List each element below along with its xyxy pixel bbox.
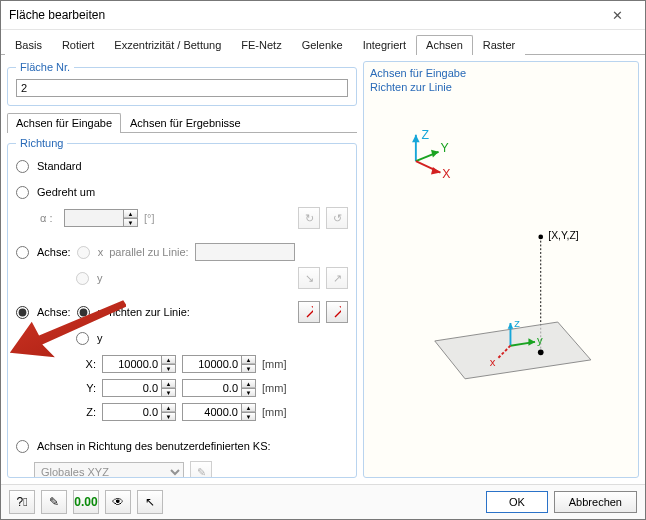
x2-spin[interactable]: ▲▼ <box>182 355 256 373</box>
help-icon[interactable]: ?⃝ <box>9 490 35 514</box>
x1-input[interactable] <box>102 355 162 373</box>
radio-parallel[interactable] <box>16 246 29 259</box>
z-unit: [mm] <box>262 406 286 418</box>
radio-parallel-y[interactable] <box>76 272 89 285</box>
edit-icon[interactable]: ✎ <box>41 490 67 514</box>
cancel-button[interactable]: Abbrechen <box>554 491 637 513</box>
radio-rotated[interactable] <box>16 186 29 199</box>
rotate-cw-icon[interactable]: ↻ <box>298 207 320 229</box>
rotate-ccw-icon[interactable]: ↺ <box>326 207 348 229</box>
direction-panel: Standard Gedreht um α : ▲ ▼ <box>16 155 348 478</box>
radio-parallel-x[interactable] <box>77 246 90 259</box>
tab-exzentrizitaet[interactable]: Exzentrizität / Bettung <box>104 35 231 55</box>
select-icon[interactable]: ↖ <box>137 490 163 514</box>
svg-point-14 <box>538 349 544 355</box>
down-icon[interactable]: ▼ <box>242 388 256 397</box>
up-icon[interactable]: ▲ <box>162 403 176 412</box>
tab-integriert[interactable]: Integriert <box>353 35 416 55</box>
alpha-input[interactable] <box>64 209 124 227</box>
parallel-line-input[interactable] <box>195 243 295 261</box>
svg-marker-13 <box>435 322 591 379</box>
down-icon[interactable]: ▼ <box>242 412 256 421</box>
svg-text:Y: Y <box>440 140 448 154</box>
pick-point2-icon[interactable] <box>326 301 348 323</box>
alpha-down-icon[interactable]: ▼ <box>124 218 138 227</box>
align-x-label: x <box>98 306 104 318</box>
tab-achsen[interactable]: Achsen <box>416 35 473 55</box>
down-icon[interactable]: ▼ <box>242 364 256 373</box>
surface-number-group: Fläche Nr. <box>7 61 357 106</box>
radio-user-cs[interactable] <box>16 440 29 453</box>
z2-input[interactable] <box>182 403 242 421</box>
up-icon[interactable]: ▲ <box>162 379 176 388</box>
svg-text:Z: Z <box>422 127 430 141</box>
radio-parallel-label: Achse: <box>37 246 71 258</box>
close-button[interactable]: ✕ <box>597 5 637 25</box>
svg-text:z: z <box>514 316 520 328</box>
parallel-x-label: x <box>98 246 104 258</box>
x-label: X: <box>60 358 96 370</box>
new-cs-icon[interactable]: ✎ <box>190 461 212 478</box>
alpha-arrows[interactable]: ▲ ▼ <box>124 209 138 227</box>
y1-spin[interactable]: ▲▼ <box>102 379 176 397</box>
up-icon[interactable]: ▲ <box>242 355 256 364</box>
radio-align-y[interactable] <box>76 332 89 345</box>
x2-input[interactable] <box>182 355 242 373</box>
dialog-body: Fläche Nr. Achsen für Eingabe Achsen für… <box>1 55 645 484</box>
alpha-spin[interactable]: ▲ ▼ <box>64 209 138 227</box>
radio-align[interactable] <box>16 306 29 319</box>
radio-rotated-label: Gedreht um <box>37 186 95 198</box>
preview-pane: Achsen für Eingabe Richten zur Linie Z Y… <box>363 61 639 478</box>
subtab-result-axes[interactable]: Achsen für Ergebnisse <box>121 113 250 133</box>
align-y-label: y <box>97 332 103 344</box>
down-icon[interactable]: ▼ <box>162 412 176 421</box>
preview-svg: Z Y X [X,Y,Z] <box>370 95 632 473</box>
ok-button[interactable]: OK <box>486 491 548 513</box>
z1-input[interactable] <box>102 403 162 421</box>
down-icon[interactable]: ▼ <box>162 388 176 397</box>
tab-raster[interactable]: Raster <box>473 35 525 55</box>
radio-align-x[interactable] <box>77 306 90 319</box>
footer: ?⃝ ✎ 0.00 👁 ↖ OK Abbrechen <box>1 484 645 519</box>
down-icon[interactable]: ▼ <box>162 364 176 373</box>
y-unit: [mm] <box>262 382 286 394</box>
calc-icon[interactable]: 0.00 <box>73 490 99 514</box>
tab-gelenke[interactable]: Gelenke <box>292 35 353 55</box>
preview-title-1: Achsen für Eingabe <box>370 66 632 80</box>
svg-text:y: y <box>537 333 543 345</box>
y1-input[interactable] <box>102 379 162 397</box>
direction-legend: Richtung <box>16 137 67 149</box>
x1-spin[interactable]: ▲▼ <box>102 355 176 373</box>
parallel-text: parallel zu Linie: <box>109 246 189 258</box>
surface-number-legend: Fläche Nr. <box>16 61 74 73</box>
z1-spin[interactable]: ▲▼ <box>102 403 176 421</box>
alpha-symbol: α : <box>40 212 58 224</box>
alpha-up-icon[interactable]: ▲ <box>124 209 138 218</box>
z-label: Z: <box>60 406 96 418</box>
tab-basis[interactable]: Basis <box>5 35 52 55</box>
up-icon[interactable]: ▲ <box>242 379 256 388</box>
surface-number-input[interactable] <box>16 79 348 97</box>
tab-rotiert[interactable]: Rotiert <box>52 35 104 55</box>
up-icon[interactable]: ▲ <box>162 355 176 364</box>
svg-text:X: X <box>442 167 450 181</box>
y2-input[interactable] <box>182 379 242 397</box>
z2-spin[interactable]: ▲▼ <box>182 403 256 421</box>
pick-line-icon[interactable]: ↘ <box>298 267 320 289</box>
left-pane: Fläche Nr. Achsen für Eingabe Achsen für… <box>7 61 357 478</box>
pick-line2-icon[interactable]: ↗ <box>326 267 348 289</box>
parallel-y-label: y <box>97 272 103 284</box>
window-title: Fläche bearbeiten <box>9 8 597 22</box>
eye-icon[interactable]: 👁 <box>105 490 131 514</box>
up-icon[interactable]: ▲ <box>242 403 256 412</box>
tab-fenetz[interactable]: FE-Netz <box>231 35 291 55</box>
user-cs-select[interactable]: Globales XYZ <box>34 462 184 478</box>
y-label: Y: <box>60 382 96 394</box>
x-unit: [mm] <box>262 358 286 370</box>
direction-group: Richtung Standard Gedreht um α : <box>7 137 357 478</box>
pick-point1-icon[interactable] <box>298 301 320 323</box>
radio-standard[interactable] <box>16 160 29 173</box>
axes-subtabs: Achsen für Eingabe Achsen für Ergebnisse <box>7 112 357 133</box>
subtab-input-axes[interactable]: Achsen für Eingabe <box>7 113 121 133</box>
y2-spin[interactable]: ▲▼ <box>182 379 256 397</box>
